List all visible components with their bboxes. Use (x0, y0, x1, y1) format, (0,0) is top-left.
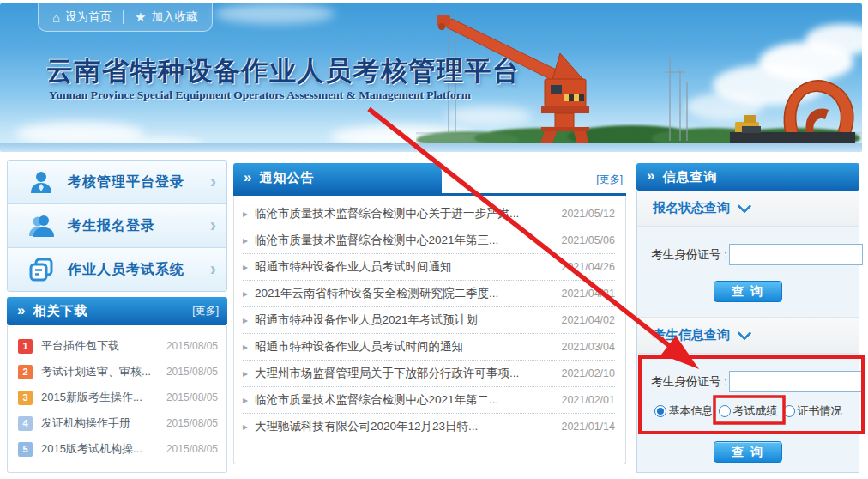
notice-item[interactable]: ▸ 临沧市质量技术监督综合检测中心关于进一步严肃... 2021/05/12 (243, 201, 615, 227)
downloads-more-link[interactable]: [更多] (192, 304, 219, 318)
notices-header: » 通知公告 [更多] (233, 163, 626, 196)
download-item-date: 2015/08/05 (166, 417, 218, 429)
query-panel: 报名状态查询 考生身份证号 : 查 询 考生信息查询 考生身份证号 : 基本信息 (636, 191, 859, 473)
rank-badge: 2 (18, 365, 33, 379)
download-item-label: 发证机构操作手册 (41, 415, 158, 431)
notice-item-date: 2021/04/26 (561, 261, 615, 273)
notice-item[interactable]: ▸ 大理州市场监督管理局关于下放部分行政许可事项... 2021/02/10 (243, 361, 615, 387)
notice-item[interactable]: ▸ 2021年云南省特种设备安全检测研究院二季度... 2021/04/21 (243, 281, 615, 307)
bullet-icon: ▸ (243, 261, 248, 273)
double-arrow-icon: » (17, 302, 25, 319)
notices-title: 通知公告 (259, 170, 442, 186)
add-favorite-link[interactable]: ★ 加入收藏 (135, 9, 197, 25)
rank-badge: 5 (18, 442, 33, 457)
download-item-date: 2015/08/05 (166, 391, 218, 403)
login-item-label: 作业人员考试系统 (68, 261, 196, 279)
login-item-label: 考核管理平台登录 (68, 173, 196, 191)
bullet-icon: ▸ (243, 208, 248, 220)
download-item-date: 2015/08/05 (166, 366, 218, 378)
bullet-icon: ▸ (243, 341, 248, 353)
rank-badge: 1 (18, 339, 33, 354)
login-item-assessment-platform[interactable]: 考核管理平台登录 › (8, 161, 226, 203)
status-id-number-input[interactable] (729, 244, 863, 265)
notice-item-title: 昭通市特种设备作业人员考试时间的通知 (255, 339, 554, 355)
radio-basic-info-label: 基本信息 (669, 403, 714, 419)
site-subtitle: Yunnan Province Special Equipment Operat… (49, 88, 471, 102)
download-item-label: 2015新版考生操作... (41, 390, 158, 405)
radio-certificate-status-label: 证书情况 (798, 403, 842, 419)
candidate-info-section-toggle[interactable]: 考生信息查询 (637, 318, 859, 354)
download-item-label: 平台插件包下载 (41, 338, 158, 354)
bullet-icon: ▸ (243, 421, 248, 433)
notice-item[interactable]: ▸ 昭通市特种设备作业人员考试时间的通知 2021/03/04 (243, 334, 615, 361)
bullet-icon: ▸ (243, 288, 248, 300)
download-item[interactable]: 5 2015版考试机构操... 2015/08/05 (8, 436, 226, 462)
notice-item-date: 2021/03/04 (561, 341, 615, 353)
chevron-down-icon (738, 325, 752, 340)
home-icon: ⌂ (52, 10, 60, 25)
notice-item[interactable]: ▸ 昭通市特种设备作业人员考试时间通知 2021/04/26 (243, 254, 615, 281)
notice-item-title: 昭通市特种设备作业人员2021年考试预计划 (255, 312, 554, 328)
double-arrow-icon: » (244, 169, 251, 186)
registration-status-title: 报名状态查询 (653, 200, 730, 216)
notice-item[interactable]: ▸ 临沧市质量技术监督综合检测中心2021年第三... 2021/05/06 (243, 227, 615, 254)
radio-certificate-status[interactable]: 证书情况 (783, 403, 842, 419)
rank-badge: 3 (18, 391, 33, 405)
id-number-label: 考生身份证号 : (644, 374, 727, 390)
download-item-date: 2015/08/05 (166, 443, 218, 455)
download-item-label: 考试计划送审、审核... (41, 364, 158, 379)
downloads-header: » 相关下载 [更多] (7, 297, 227, 325)
chevron-right-icon: › (210, 216, 216, 235)
chevron-right-icon: › (210, 173, 216, 191)
radio-exam-score-label: 考试成绩 (733, 403, 778, 419)
notice-item[interactable]: ▸ 临沧市质量技术监督综合检测中心2021年第二... 2021/02/01 (243, 387, 615, 414)
download-item[interactable]: 3 2015新版考生操作... 2015/08/05 (8, 385, 226, 410)
notice-item-title: 临沧市质量技术监督综合检测中心2021年第二... (255, 392, 554, 408)
bullet-icon: ▸ (243, 234, 248, 246)
notice-item-date: 2021/05/06 (561, 234, 615, 246)
radio-basic-info[interactable]: 基本信息 (654, 403, 714, 419)
set-homepage-label: 设为首页 (65, 9, 112, 25)
download-item-date: 2015/08/05 (166, 340, 218, 352)
registration-status-section-toggle[interactable]: 报名状态查询 (637, 191, 859, 227)
page: ⌂ 设为首页 ★ 加入收藏 云南省特种设备作业人员考核管理平台 Yunnan P… (0, 0, 868, 479)
tab-notices[interactable]: » 通知公告 (233, 163, 442, 193)
notice-item-date: 2021/02/01 (561, 394, 615, 406)
top-quick-links: ⌂ 设为首页 ★ 加入收藏 (38, 3, 213, 32)
login-item-exam-system[interactable]: 作业人员考试系统 › (8, 247, 226, 291)
notices-more-link[interactable]: [更多] (596, 173, 623, 187)
login-menu: 考核管理平台登录 › 考生报名登录 › 作业人员考试系统 › (7, 160, 227, 292)
downloads-title: 相关下载 (33, 303, 192, 319)
notice-item[interactable]: ▸ 大理驰诚科技有限公司2020年12月23日特... 2021/01/14 (243, 414, 615, 440)
user-icon (28, 169, 54, 195)
notice-item-date: 2021/05/12 (561, 208, 615, 220)
query-header: » 信息查询 (636, 163, 859, 191)
candidate-info-form: 考生身份证号 : 基本信息 考试成绩 证书情况 查 询 (637, 354, 859, 463)
notice-item-date: 2021/02/10 (561, 367, 615, 379)
double-arrow-icon: » (647, 167, 654, 185)
registration-status-form: 考生身份证号 : 查 询 (637, 227, 859, 318)
login-item-label: 考生报名登录 (68, 217, 196, 235)
download-item[interactable]: 2 考试计划送审、审核... 2015/08/05 (8, 359, 226, 385)
status-query-button[interactable]: 查 询 (714, 281, 782, 302)
download-item[interactable]: 1 平台插件包下载 2015/08/05 (8, 333, 226, 359)
add-favorite-label: 加入收藏 (152, 9, 198, 25)
downloads-list: 1 平台插件包下载 2015/08/05 2 考试计划送审、审核... 2015… (7, 325, 227, 473)
divider (123, 10, 124, 24)
download-item[interactable]: 4 发证机构操作手册 2015/08/05 (8, 410, 226, 436)
notice-item-date: 2021/04/02 (561, 314, 615, 326)
id-number-label: 考生身份证号 : (644, 247, 727, 263)
notice-item[interactable]: ▸ 昭通市特种设备作业人员2021年考试预计划 2021/04/02 (243, 307, 615, 334)
notice-item-title: 昭通市特种设备作业人员考试时间通知 (255, 259, 554, 275)
candidate-info-title: 考生信息查询 (653, 327, 730, 343)
bullet-icon: ▸ (243, 367, 248, 379)
info-query-button[interactable]: 查 询 (714, 441, 782, 463)
set-homepage-link[interactable]: ⌂ 设为首页 (52, 9, 112, 25)
login-item-candidate-registration[interactable]: 考生报名登录 › (8, 203, 226, 247)
radio-exam-score[interactable]: 考试成绩 (719, 403, 778, 419)
cloud (214, 3, 335, 24)
info-id-number-input[interactable] (729, 371, 863, 392)
users-icon (28, 213, 54, 239)
notice-item-date: 2021/04/21 (561, 288, 615, 300)
notice-item-date: 2021/01/14 (561, 421, 615, 433)
